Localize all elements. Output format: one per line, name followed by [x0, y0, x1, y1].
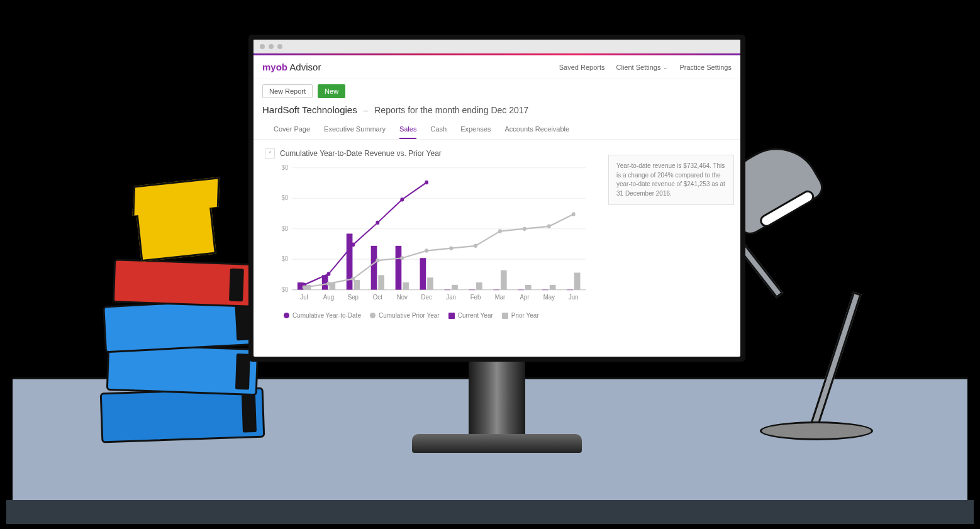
top-nav: Saved Reports Client Settings ⌄ Practice… [559, 64, 732, 71]
svg-point-49 [498, 229, 502, 233]
svg-point-37 [351, 243, 355, 247]
svg-text:Apr: Apr [520, 293, 530, 301]
legend-cumulative-ytd: Cumulative Year-to-Date [284, 312, 361, 319]
brand-logo: myob Advisor [262, 62, 321, 72]
insight-panel: Year-to-date revenue is $732,464. This i… [608, 155, 734, 205]
svg-rect-18 [469, 290, 475, 291]
window-close-icon[interactable] [260, 44, 265, 49]
new-report-button[interactable]: New Report [262, 84, 313, 98]
legend-cumulative-prior: Cumulative Prior Year [370, 312, 440, 319]
svg-text:Feb: Feb [471, 293, 481, 301]
report-period: Reports for the month ending Dec 2017 [374, 105, 528, 115]
svg-rect-34 [574, 272, 581, 289]
app-header: myob Advisor Saved Reports Client Settin… [253, 55, 740, 79]
svg-text:Jul: Jul [300, 293, 308, 301]
svg-text:Mar: Mar [495, 293, 506, 301]
svg-text:Oct: Oct [373, 293, 382, 301]
brand-logo-bold: myob [262, 62, 287, 72]
svg-text:Sep: Sep [348, 293, 359, 301]
books-illustration [82, 189, 270, 465]
svg-point-39 [400, 198, 404, 202]
nav-client-settings[interactable]: Client Settings ⌄ [616, 64, 669, 71]
tab-cover-page[interactable]: Cover Page [274, 121, 310, 139]
svg-rect-32 [525, 285, 532, 290]
svg-point-45 [400, 256, 404, 260]
svg-text:Jan: Jan [446, 293, 456, 301]
report-toolbar: New Report New [253, 79, 740, 101]
svg-rect-33 [550, 285, 556, 290]
svg-rect-15 [396, 246, 402, 290]
svg-point-47 [449, 246, 453, 250]
svg-point-51 [547, 225, 551, 229]
brand-logo-light: Advisor [289, 62, 321, 72]
svg-point-44 [376, 259, 379, 263]
svg-rect-30 [476, 282, 482, 290]
svg-rect-25 [354, 280, 360, 290]
svg-rect-11 [298, 282, 304, 290]
svg-rect-13 [347, 233, 353, 289]
chart-legend: Cumulative Year-to-Date Cumulative Prior… [284, 312, 729, 319]
svg-point-40 [425, 181, 428, 185]
tab-sales[interactable]: Sales [399, 121, 417, 139]
nav-saved-reports[interactable]: Saved Reports [559, 64, 605, 71]
svg-text:$0: $0 [281, 194, 288, 202]
legend-prior-year: Prior Year [502, 312, 539, 319]
svg-rect-27 [403, 282, 409, 290]
chevron-down-icon: ⌄ [663, 64, 668, 70]
svg-text:Dec: Dec [421, 293, 432, 301]
svg-rect-19 [493, 290, 499, 291]
svg-point-52 [572, 212, 576, 216]
svg-point-46 [425, 248, 428, 253]
svg-rect-14 [371, 246, 377, 290]
svg-point-48 [474, 244, 477, 248]
svg-rect-26 [378, 275, 384, 289]
legend-current-year: Current Year [448, 312, 493, 319]
svg-point-43 [351, 277, 355, 281]
collapse-toggle-icon[interactable]: ˄ [265, 148, 275, 159]
svg-text:$0: $0 [281, 255, 288, 263]
title-separator: – [364, 105, 369, 115]
browser-titlebar [253, 40, 740, 53]
monitor-base [412, 434, 582, 453]
svg-text:$0: $0 [281, 286, 288, 293]
svg-text:$0: $0 [281, 225, 288, 232]
svg-rect-17 [444, 290, 450, 291]
svg-rect-22 [567, 290, 573, 291]
nav-practice-settings[interactable]: Practice Settings [679, 64, 732, 71]
svg-text:May: May [543, 293, 555, 301]
desk-edge [6, 500, 974, 524]
svg-point-41 [303, 285, 306, 289]
svg-rect-12 [322, 275, 328, 289]
tab-cash[interactable]: Cash [430, 121, 447, 139]
app-window: myob Advisor Saved Reports Client Settin… [253, 40, 740, 357]
svg-point-38 [376, 221, 379, 225]
company-name: HardSoft Technologies [262, 104, 357, 115]
svg-point-36 [327, 272, 331, 276]
svg-rect-29 [452, 285, 458, 290]
svg-rect-21 [542, 290, 548, 291]
svg-rect-16 [420, 258, 426, 289]
chart-title: Cumulative Year-to-Date Revenue vs. Prio… [280, 149, 442, 158]
svg-text:Nov: Nov [397, 293, 408, 301]
monitor-stand [469, 362, 525, 437]
svg-rect-28 [427, 277, 433, 289]
tab-expenses[interactable]: Expenses [460, 121, 491, 139]
svg-text:$0: $0 [281, 164, 288, 172]
monitor-frame: myob Advisor Saved Reports Client Settin… [248, 35, 745, 362]
svg-rect-31 [501, 270, 507, 290]
window-maximize-icon[interactable] [277, 44, 282, 49]
report-content: ˄ Cumulative Year-to-Date Revenue vs. Pr… [253, 140, 740, 357]
report-tabs: Cover PageExecutive SummarySalesCashExpe… [253, 121, 740, 140]
tab-accounts-receivable[interactable]: Accounts Receivable [504, 121, 569, 139]
page-title-row: HardSoft Technologies – Reports for the … [253, 101, 740, 121]
new-button[interactable]: New [318, 84, 345, 98]
svg-rect-20 [518, 290, 524, 291]
svg-text:Jun: Jun [569, 293, 579, 301]
svg-point-42 [327, 282, 331, 286]
window-minimize-icon[interactable] [269, 44, 274, 49]
tab-executive-summary[interactable]: Executive Summary [324, 121, 386, 139]
nav-client-settings-label: Client Settings [616, 64, 661, 71]
svg-point-50 [523, 226, 526, 231]
svg-text:Aug: Aug [323, 293, 334, 301]
revenue-chart: $0$0$0$0$0JulAugSepOctNovDecJanFebMarApr… [274, 162, 591, 307]
